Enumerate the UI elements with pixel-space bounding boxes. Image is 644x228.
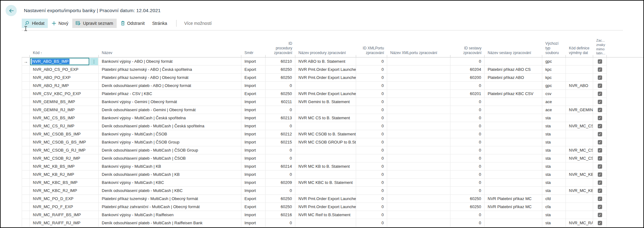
cell-smer[interactable]: Export xyxy=(241,90,266,98)
cell-nazev[interactable]: Platební příkaz tuzemský - ABO | Obecný … xyxy=(99,74,241,82)
cell-id_xmlportu[interactable]: 0 xyxy=(356,57,387,66)
cell-id_procedury[interactable]: 60250 xyxy=(266,203,295,211)
cell-id_xmlportu[interactable]: 0 xyxy=(356,90,387,98)
table-row[interactable]: NVR_CSV_KBC_PO_EXPPlatební příkaz - CSV … xyxy=(22,90,643,98)
cell-nazev_xmlportu[interactable] xyxy=(387,171,450,179)
cell-nazev_xmlportu[interactable] xyxy=(387,82,450,90)
cell-kod_definice[interactable]: NVR_ABO xyxy=(566,82,593,90)
checkbox-checked[interactable]: ✓ xyxy=(598,213,602,217)
cell-vychozi_typ[interactable]: sta xyxy=(542,154,566,162)
cell-id_xmlportu[interactable]: 0 xyxy=(356,187,387,195)
cell-nazev_sestavy[interactable] xyxy=(485,187,542,195)
cell-id_procedury[interactable]: 60213 xyxy=(266,114,295,122)
cell-kod_definice[interactable]: NVR_MC_KB xyxy=(566,171,593,179)
cell-id_sestavy[interactable]: 60250 xyxy=(450,203,485,211)
code-field-focused[interactable]: NVR_ABO_BS_IMP xyxy=(30,58,89,65)
cell-smer[interactable]: Import xyxy=(241,162,266,171)
delete-button[interactable]: Odstranit xyxy=(117,19,148,28)
cell-nazev[interactable]: Bankovní výpisy - MultiCash | ČSOB xyxy=(99,130,241,138)
cell-nazev_xmlportu[interactable] xyxy=(387,57,450,66)
table-row[interactable]: NVR_ABO_PO_EXPPlatební příkaz tuzemský -… xyxy=(22,74,643,82)
cell-id_sestavy[interactable]: 60204 xyxy=(450,66,485,74)
cell-id_xmlportu[interactable]: 0 xyxy=(356,130,387,138)
cell-id_xmlportu[interactable]: 0 xyxy=(356,219,387,227)
cell-smer[interactable]: Import xyxy=(241,106,266,114)
cell-id_procedury[interactable]: 60215 xyxy=(266,138,295,146)
cell-id_xmlportu[interactable]: 0 xyxy=(356,106,387,114)
checkbox-checked[interactable]: ✓ xyxy=(598,156,602,161)
table-row[interactable]: →NVR_ABO_BS_IMP⋮Bankovní výpisy - ABO | … xyxy=(22,57,643,66)
cell-id_xmlportu[interactable]: 0 xyxy=(356,211,387,219)
cell-nazev_xmlportu[interactable] xyxy=(387,74,450,82)
cell-kod_definice[interactable]: NVR_MC_RAIF... xyxy=(566,219,593,227)
cell-nazev_xmlportu[interactable] xyxy=(387,211,450,219)
checkbox-checked[interactable]: ✓ xyxy=(598,164,602,169)
cell-nazev_sestavy[interactable] xyxy=(485,82,542,90)
cell-nazev_procedury[interactable]: NVR MC CSOB GROUP to B.Stat... xyxy=(295,138,356,146)
cell-nazev_procedury[interactable]: NVR MC CSOB to B. Statement xyxy=(295,130,356,138)
cell-nazev_procedury[interactable]: NVR MC KBC to B. Statement xyxy=(295,179,356,187)
cell-id_xmlportu[interactable]: 0 xyxy=(356,114,387,122)
cell-nazev_procedury[interactable] xyxy=(295,171,356,179)
cell-nazev_xmlportu[interactable] xyxy=(387,146,450,154)
cell-id_sestavy[interactable]: 60250 xyxy=(450,195,485,203)
column-header-id-procedury[interactable]: ID procedury zpracování xyxy=(266,41,295,57)
checkbox-checked[interactable]: ✓ xyxy=(598,84,602,88)
cell-nazev_xmlportu[interactable] xyxy=(387,203,450,211)
cell-id_sestavy[interactable]: 0 xyxy=(450,98,485,106)
cell-nazev[interactable]: Deník odsouhlasení plateb - MultiCash | … xyxy=(99,146,241,154)
table-row[interactable]: NVR_MC_CSOB_G_RJ_IMPDeník odsouhlasení p… xyxy=(22,146,643,154)
cell-id_procedury[interactable]: 0 xyxy=(266,171,295,179)
checkbox-checked[interactable]: ✓ xyxy=(598,116,602,120)
cell-nazev[interactable]: Platební příkaz tuzemský - ABO | Česká s… xyxy=(99,66,241,74)
cell-id_procedury[interactable]: 60216 xyxy=(266,211,295,219)
cell-nazev_sestavy[interactable] xyxy=(485,179,542,187)
cell-id_procedury[interactable]: 60210 xyxy=(266,57,295,66)
checkbox-checked[interactable]: ✓ xyxy=(598,108,602,112)
cell-nazev_xmlportu[interactable] xyxy=(387,187,450,195)
cell-id_procedury[interactable]: 60250 xyxy=(266,66,295,74)
cell-smer[interactable]: Import xyxy=(241,146,266,154)
cell-nazev_xmlportu[interactable] xyxy=(387,162,450,171)
cell-id_procedury[interactable]: 60214 xyxy=(266,162,295,171)
column-header-nazev-xmlportu[interactable]: Název XMLportu zpracování xyxy=(387,51,450,57)
cell-id_xmlportu[interactable]: 0 xyxy=(356,138,387,146)
cell-kod_definice[interactable]: NVR_MC_CSO... xyxy=(566,146,593,154)
cell-vychozi_typ[interactable]: gpc xyxy=(542,57,566,66)
cell-nazev[interactable]: Deník odsouhlasení plateb - MultiCash | … xyxy=(99,171,241,179)
cell-nazev[interactable]: Bankovní výpisy - ABO | Obecný formát xyxy=(99,57,241,66)
cell-id_procedury[interactable]: 0 xyxy=(266,146,295,154)
cell-nazev_sestavy[interactable] xyxy=(485,114,542,122)
cell-id_sestavy[interactable]: 0 xyxy=(450,219,485,227)
cell-nazev[interactable]: Bankovní výpisy - MultiCash | Raiffeisen xyxy=(99,211,241,219)
cell-nazev[interactable]: Platební příkaz - CSV | KBC xyxy=(99,90,241,98)
cell-id_sestavy[interactable]: 0 xyxy=(450,57,485,66)
checkbox-checked[interactable]: ✓ xyxy=(598,189,602,193)
cell-nazev[interactable]: Platební příkaz zahraniční - MultiCash |… xyxy=(99,203,241,211)
cell-nazev_procedury[interactable]: NVR Pmt.Order Export Launcher xyxy=(295,66,356,74)
cell-id_sestavy[interactable]: 0 xyxy=(450,130,485,138)
cell-kod[interactable]: NVR_MC_CSOB_G_RJ_IMP xyxy=(30,146,99,154)
checkbox-checked[interactable]: ✓ xyxy=(598,59,602,64)
cell-smer[interactable]: Import xyxy=(241,57,266,66)
cell-id_sestavy[interactable]: 0 xyxy=(450,171,485,179)
cell-id_xmlportu[interactable]: 0 xyxy=(356,171,387,179)
cell-id_sestavy[interactable]: 0 xyxy=(450,122,485,130)
cell-smer[interactable]: Import xyxy=(241,138,266,146)
cell-nazev[interactable]: Deník odsouhlasení plateb - ABO | Obecný… xyxy=(99,82,241,90)
cell-nazev_procedury[interactable]: NVR Pmt.Order Export Launcher xyxy=(295,90,356,98)
table-row[interactable]: NVR_MC_KB_BS_IMPBankovní výpisy - MultiC… xyxy=(22,162,643,171)
checkbox-checked[interactable]: ✓ xyxy=(598,140,602,144)
cell-id_sestavy[interactable]: 60200 xyxy=(450,74,485,82)
cell-nazev_procedury[interactable] xyxy=(295,187,356,195)
cell-kod_definice[interactable] xyxy=(566,138,593,146)
cell-vychozi_typ[interactable]: gpc xyxy=(542,82,566,90)
cell-smer[interactable]: Import xyxy=(241,130,266,138)
table-row[interactable]: NVR_MC_CS_RJ_IMPDeník odsouhlasení plate… xyxy=(22,122,643,130)
checkbox-checked[interactable]: ✓ xyxy=(598,124,602,128)
page-menu-button[interactable]: Stránka xyxy=(149,19,170,28)
cell-vychozi_typ[interactable]: sta xyxy=(542,211,566,219)
column-header-id-sestavy[interactable]: ID sestavy zpracování xyxy=(450,46,485,57)
cell-nazev_xmlportu[interactable] xyxy=(387,154,450,162)
cell-id_procedury[interactable]: 0 xyxy=(266,187,295,195)
